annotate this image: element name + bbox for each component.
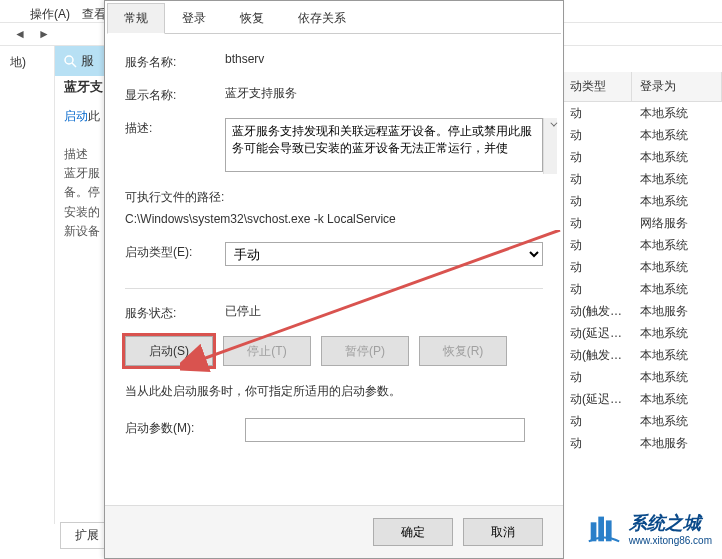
display-name-value: 蓝牙支持服务: [225, 85, 543, 102]
service-name-value: bthserv: [225, 52, 543, 66]
ok-button[interactable]: 确定: [373, 518, 453, 546]
table-row[interactable]: 动(延迟…本地系统: [562, 388, 722, 410]
search-label: 服: [81, 52, 94, 70]
service-detail-panel: 蓝牙支 启动此 描述 蓝牙服 备。停 安装的 新设备: [64, 78, 104, 241]
cancel-button[interactable]: 取消: [463, 518, 543, 546]
table-header: 动类型 登录为: [562, 72, 722, 102]
start-param-note: 当从此处启动服务时，你可指定所适用的启动参数。: [125, 382, 543, 400]
svg-line-1: [72, 63, 76, 67]
table-row[interactable]: 动本地系统: [562, 102, 722, 124]
tree-item[interactable]: 地): [0, 46, 54, 79]
resume-button: 恢复(R): [419, 336, 507, 366]
start-param-label: 启动参数(M):: [125, 418, 245, 437]
description-label: 描述:: [125, 118, 225, 137]
exe-path-value: C:\Windows\system32\svchost.exe -k Local…: [125, 212, 543, 226]
separator: [125, 288, 543, 289]
table-row[interactable]: 动本地系统: [562, 256, 722, 278]
table-row[interactable]: 动本地系统: [562, 410, 722, 432]
start-param-input[interactable]: [245, 418, 525, 442]
watermark: 系统之城 www.xitong86.com: [585, 509, 712, 547]
watermark-icon: [585, 509, 623, 547]
tab-dependencies[interactable]: 依存关系: [281, 3, 363, 34]
service-name-label: 服务名称:: [125, 52, 225, 71]
table-row[interactable]: 动本地系统: [562, 278, 722, 300]
search-icon: [63, 54, 77, 68]
startup-type-select[interactable]: 手动: [225, 242, 543, 266]
pause-button: 暂停(P): [321, 336, 409, 366]
scrollbar[interactable]: [543, 118, 557, 174]
table-row[interactable]: 动本地服务: [562, 432, 722, 454]
table-row[interactable]: 动网络服务: [562, 212, 722, 234]
watermark-url: www.xitong86.com: [629, 535, 712, 546]
service-properties-dialog: 常规 登录 恢复 依存关系 服务名称: bthserv 显示名称: 蓝牙支持服务…: [104, 0, 564, 559]
back-icon[interactable]: ◄: [12, 26, 28, 42]
table-row[interactable]: 动本地系统: [562, 168, 722, 190]
table-row[interactable]: 动本地系统: [562, 124, 722, 146]
services-table: 动类型 登录为 动本地系统动本地系统动本地系统动本地系统动本地系统动网络服务动本…: [562, 72, 722, 454]
stop-button: 停止(T): [223, 336, 311, 366]
watermark-title: 系统之城: [629, 511, 712, 535]
header-login-as[interactable]: 登录为: [632, 72, 722, 101]
tab-content-general: 服务名称: bthserv 显示名称: 蓝牙支持服务 描述: 可执行文件的路径:…: [105, 34, 563, 468]
search-header: 服: [55, 46, 105, 76]
desc-label: 描述: [64, 145, 104, 164]
tab-general[interactable]: 常规: [107, 3, 165, 34]
service-control-buttons: 启动(S) 停止(T) 暂停(P) 恢复(R): [125, 336, 543, 366]
table-row[interactable]: 动本地系统: [562, 190, 722, 212]
start-button[interactable]: 启动(S): [125, 336, 213, 366]
fwd-icon[interactable]: ►: [36, 26, 52, 42]
tab-logon[interactable]: 登录: [165, 3, 223, 34]
table-row[interactable]: 动本地系统: [562, 234, 722, 256]
description-textarea[interactable]: [225, 118, 543, 172]
display-name-label: 显示名称:: [125, 85, 225, 104]
start-link[interactable]: 启动: [64, 109, 88, 123]
table-row[interactable]: 动本地系统: [562, 366, 722, 388]
table-row[interactable]: 动(延迟…本地系统: [562, 322, 722, 344]
table-row[interactable]: 动(触发…本地服务: [562, 300, 722, 322]
service-status-label: 服务状态:: [125, 303, 225, 322]
svg-point-0: [65, 56, 73, 64]
dialog-tabs: 常规 登录 恢复 依存关系: [107, 3, 561, 34]
header-startup-type[interactable]: 动类型: [562, 72, 632, 101]
startup-type-label: 启动类型(E):: [125, 242, 225, 261]
table-row[interactable]: 动本地系统: [562, 146, 722, 168]
service-status-value: 已停止: [225, 303, 543, 320]
left-pane: 地): [0, 46, 55, 524]
detail-title: 蓝牙支: [64, 78, 104, 96]
dialog-footer: 确定 取消: [105, 505, 563, 558]
table-row[interactable]: 动(触发…本地系统: [562, 344, 722, 366]
tab-recovery[interactable]: 恢复: [223, 3, 281, 34]
exe-path-label: 可执行文件的路径:: [125, 189, 543, 206]
